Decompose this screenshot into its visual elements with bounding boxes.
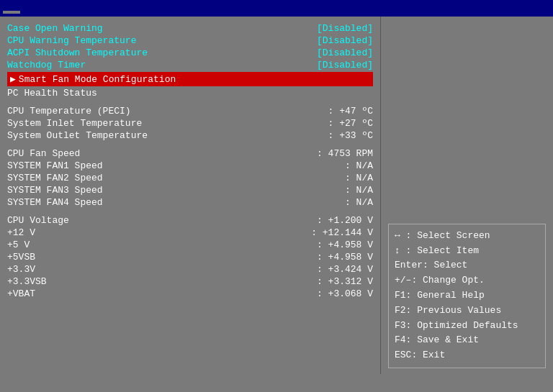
shortcut-line: F1: General Help: [395, 288, 539, 304]
right-panel: ↔ : Select Screen↕ : Select ItemEnter: S…: [380, 17, 553, 374]
spacer: [7, 209, 373, 214]
static-item: +3.3V: +3.424 V: [7, 263, 373, 275]
main-layout: Case Open Warning[Disabled]CPU Warning T…: [0, 17, 553, 374]
section-header: PC Health Status: [7, 87, 373, 99]
shortcut-line: F3: Optimized Defaults: [395, 319, 539, 334]
static-item: SYSTEM FAN4 Speed: N/A: [7, 196, 373, 209]
static-item: +12 V: +12.144 V: [7, 227, 373, 239]
menu-item[interactable]: Case Open Warning[Disabled]: [7, 22, 373, 35]
static-item: System Inlet Temperature: +27 ºC: [7, 117, 373, 129]
static-item: CPU Voltage: +1.200 V: [7, 214, 373, 227]
spacer: [7, 142, 373, 147]
shortcut-line: F2: Previous Values: [395, 304, 539, 319]
help-title: [388, 22, 546, 224]
menu-item[interactable]: Watchdog Timer[Disabled]: [7, 59, 373, 71]
shortcut-line: ↔ : Select Screen: [395, 229, 539, 244]
left-panel: Case Open Warning[Disabled]CPU Warning T…: [0, 17, 380, 374]
tab-bar: [0, 4, 553, 17]
shortcut-line: +/–: Change Opt.: [395, 273, 539, 288]
static-item: CPU Temperature (PECI): +47 ºC: [7, 105, 373, 117]
static-item: +3.3VSB: +3.312 V: [7, 275, 373, 288]
arrow-icon: ▶: [10, 73, 16, 85]
static-item: +5VSB: +4.958 V: [7, 251, 373, 263]
shortcut-line: ESC: Exit: [395, 348, 539, 363]
selected-item[interactable]: ▶Smart Fan Mode Configuration: [7, 72, 373, 86]
static-item: +VBAT: +3.068 V: [7, 288, 373, 300]
spacer: [7, 99, 373, 105]
tab-advanced[interactable]: [3, 11, 20, 14]
static-item: SYSTEM FAN2 Speed: N/A: [7, 172, 373, 184]
static-item: CPU Fan Speed: 4753 RPM: [7, 147, 373, 160]
static-item: SYSTEM FAN1 Speed: N/A: [7, 160, 373, 172]
static-item: +5 V: +4.958 V: [7, 239, 373, 251]
static-item: SYSTEM FAN3 Speed: N/A: [7, 184, 373, 196]
shortcuts-box: ↔ : Select Screen↕ : Select ItemEnter: S…: [388, 224, 546, 368]
menu-item[interactable]: CPU Warning Temperature[Disabled]: [7, 35, 373, 47]
shortcut-line: Enter: Select: [395, 258, 539, 273]
shortcut-line: ↕ : Select Item: [395, 244, 539, 259]
menu-item[interactable]: ACPI Shutdown Temperature[Disabled]: [7, 47, 373, 59]
static-item: System Outlet Temperature: +33 ºC: [7, 129, 373, 142]
shortcut-line: F4: Save & Exit: [395, 333, 539, 348]
